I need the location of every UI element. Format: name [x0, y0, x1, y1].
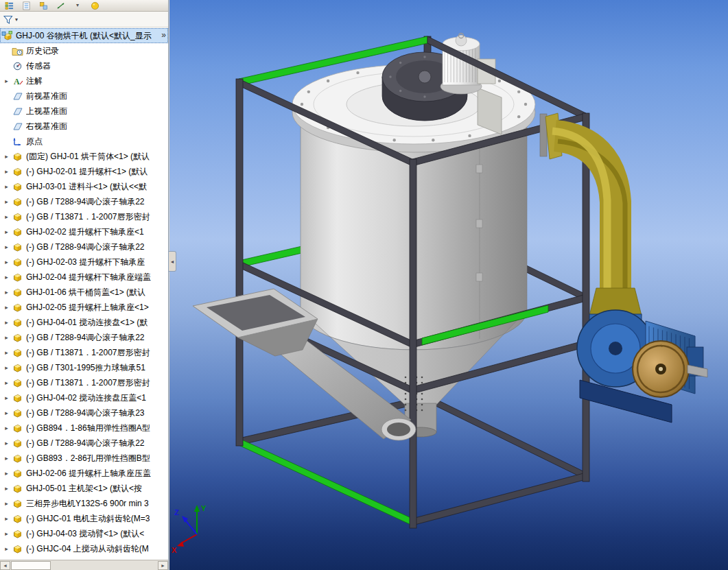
expander-icon[interactable]: ▸: [1, 466, 12, 481]
tree-item[interactable]: 原点: [0, 134, 168, 149]
tree-horizontal-scrollbar[interactable]: ◄ ►: [0, 560, 168, 570]
tree-item[interactable]: ▸(-) GHJ-04-01 搅动连接盘<1> (默: [0, 315, 168, 330]
dimxpertmanager-tab[interactable]: [55, 1, 66, 10]
tree-item[interactable]: ▸(-) GHJ-02-01 提升螺杆<1> (默认: [0, 164, 168, 179]
part-icon: [12, 333, 24, 343]
triad-x-label: X: [172, 546, 177, 554]
tree-item[interactable]: ▸GHJ-02-05 提升螺杆上轴承座<1>: [0, 300, 168, 315]
expander-icon[interactable]: ▸: [1, 224, 12, 239]
expander-icon[interactable]: ▸: [1, 73, 12, 88]
part-icon: [12, 484, 24, 494]
tree-item-label: 上视基准面: [26, 106, 67, 117]
tree-overflow-button[interactable]: »: [161, 30, 166, 40]
tree-item-label: (-) GB / T13871．1-2007唇形密封: [26, 347, 150, 359]
blower-fan[interactable]: [577, 310, 707, 423]
tree-item[interactable]: ▸(-) GB894．1-86轴用弹性挡圈A型: [0, 420, 168, 436]
panel-tab-flyout-caret[interactable]: ▾: [72, 1, 83, 10]
expander-icon[interactable]: ▸: [1, 526, 12, 541]
expander-icon[interactable]: ▸: [1, 164, 12, 179]
expander-icon[interactable]: ▸: [1, 420, 12, 436]
tree-item[interactable]: ▸GHJ-02-02 提升螺杆下轴承座<1: [0, 224, 168, 239]
expander-icon[interactable]: ▸: [1, 390, 12, 405]
tree-item[interactable]: ▸(固定) GHJ-01 烘干筒体<1> (默认: [0, 149, 168, 164]
expander-icon[interactable]: ▸: [1, 345, 12, 360]
photoview360-tab[interactable]: [89, 1, 100, 10]
tree-item[interactable]: ▸GHJ-05-01 主机架<1> (默认<按: [0, 481, 168, 496]
expander-icon[interactable]: ▸: [1, 496, 12, 511]
expander-icon[interactable]: ▸: [1, 270, 12, 285]
expander-icon[interactable]: ▸: [1, 481, 12, 496]
tree-item-label: GHJ-02-05 提升螺杆上轴承座<1>: [26, 302, 149, 313]
tree-item[interactable]: ▸GHJ-02-06 提升螺杆上轴承座压盖: [0, 466, 168, 481]
tree-item-label: (-) GB / T13871．1-2007唇形密封: [26, 211, 150, 223]
tree-item[interactable]: ▸(-) GHJC-01 电机主动斜齿轮(M=3: [0, 511, 168, 526]
expander-icon[interactable]: ▸: [1, 209, 12, 224]
tree-item-label: (-) GB / T288-94调心滚子轴承22: [26, 241, 145, 253]
tree-item[interactable]: ▸GHJ-01-06 烘干桶筒盖<1> (默认: [0, 285, 168, 300]
expander-icon[interactable]: ▸: [1, 194, 12, 209]
tree-item[interactable]: GHJ-00 谷物烘干机 (默认<默认_显示: [0, 28, 168, 43]
tree-item[interactable]: 前视基准面: [0, 88, 168, 104]
tree-item[interactable]: ▸GHJ-02-04 提升螺杆下轴承座端盖: [0, 270, 168, 285]
tree-item-label: GHJ-02-02 提升螺杆下轴承座<1: [26, 226, 144, 238]
expander-icon[interactable]: ▸: [1, 511, 12, 526]
graphics-viewport[interactable]: Y X Z: [169, 0, 728, 570]
tree-item[interactable]: ▸(-) GHJ-04-02 搅动连接盘压盖<1: [0, 390, 168, 405]
expander-icon[interactable]: ▸: [1, 149, 12, 164]
part-icon: [12, 197, 24, 207]
expander-icon[interactable]: ▸: [1, 300, 12, 315]
tree-item[interactable]: ▸(-) GB / T288-94调心滚子轴承22: [0, 436, 168, 451]
tree-item[interactable]: ▸(-) GB / T288-94调心滚子轴承23: [0, 405, 168, 420]
featuremanager-tab[interactable]: [3, 1, 14, 10]
tree-item[interactable]: 历史记录: [0, 43, 168, 58]
filter-dropdown-caret[interactable]: ▾: [15, 16, 18, 23]
tree-item[interactable]: ▸(-) GB / T301-1995推力球轴承51: [0, 360, 168, 375]
tree-item[interactable]: ▸三相异步电机Y132S-6 900r min 3: [0, 496, 168, 511]
expander-icon[interactable]: ▸: [1, 285, 12, 300]
tree-item-label: (-) GHJ-02-03 提升螺杆下轴承座: [26, 257, 145, 268]
expander-icon[interactable]: ▸: [1, 254, 12, 270]
panel-collapse-button[interactable]: ◄: [169, 251, 176, 272]
tree-item[interactable]: 上视基准面: [0, 104, 168, 119]
tree-item[interactable]: ▸(-) GB / T13871．1-2007唇形密封: [0, 345, 168, 360]
configurationmanager-tab[interactable]: [38, 1, 49, 10]
expander-icon[interactable]: ▸: [1, 179, 12, 194]
3d-model-canvas[interactable]: Y X Z: [169, 0, 728, 570]
propertymanager-tab[interactable]: [21, 1, 32, 10]
tree-item[interactable]: ▸(-) GHJ-04-03 搅动臂<1> (默认<: [0, 526, 168, 541]
tree-item-label: (-) GB894．1-86轴用弹性挡圈A型: [26, 423, 150, 434]
expander-icon[interactable]: ▸: [1, 330, 12, 345]
scroll-right-button[interactable]: ►: [158, 561, 168, 570]
tree-item[interactable]: ▸(-) GHJC-04 上搅动从动斜齿轮(M: [0, 541, 168, 556]
tree-filter-bar: ▾: [0, 12, 168, 27]
expander-icon[interactable]: ▸: [1, 315, 12, 330]
expander-icon[interactable]: ▸: [1, 375, 12, 390]
tree-item[interactable]: ▸(-) GB / T288-94调心滚子轴承22: [0, 239, 168, 254]
scroll-left-button[interactable]: ◄: [0, 561, 10, 570]
tree-item[interactable]: ▸(-) GHJ-02-03 提升螺杆下轴承座: [0, 254, 168, 270]
expander-icon[interactable]: ▸: [1, 436, 12, 451]
expander-icon[interactable]: ▸: [1, 451, 12, 466]
tree-item[interactable]: ▸(-) GB893．2-86孔用弹性挡圈B型: [0, 451, 168, 466]
scrollbar-thumb[interactable]: [11, 561, 51, 570]
part-icon: [12, 408, 24, 418]
tree-item[interactable]: ▸(-) GB / T288-94调心滚子轴承22: [0, 330, 168, 345]
filter-funnel-icon[interactable]: [3, 14, 14, 25]
tree-item[interactable]: 右视基准面: [0, 119, 168, 134]
tree-item[interactable]: ▸(-) GB / T13871．1-2007唇形密封: [0, 375, 168, 390]
tree-item[interactable]: ▸(-) GB / T13871．1-2007唇形密封: [0, 209, 168, 224]
expander-icon[interactable]: ▸: [1, 239, 12, 254]
part-icon: [12, 423, 24, 434]
tree-item-label: 右视基准面: [26, 121, 67, 132]
tree-item[interactable]: ▸A注解: [0, 73, 168, 88]
expander-icon[interactable]: ▸: [1, 405, 12, 420]
tree-item-label: GHJ-01-06 烘干桶筒盖<1> (默认: [26, 287, 145, 298]
tree-item-label: (-) GHJ-04-03 搅动臂<1> (默认<: [26, 528, 144, 540]
tree-item[interactable]: 传感器: [0, 58, 168, 73]
expander-icon[interactable]: ▸: [1, 541, 12, 556]
tree-item[interactable]: ▸GHJ-03-01 进料斗<1> (默认<<默: [0, 179, 168, 194]
part-icon: [12, 514, 24, 524]
tree-item-label: 历史记录: [26, 45, 59, 57]
expander-icon[interactable]: ▸: [1, 360, 12, 375]
tree-item[interactable]: ▸(-) GB / T288-94调心滚子轴承22: [0, 194, 168, 209]
